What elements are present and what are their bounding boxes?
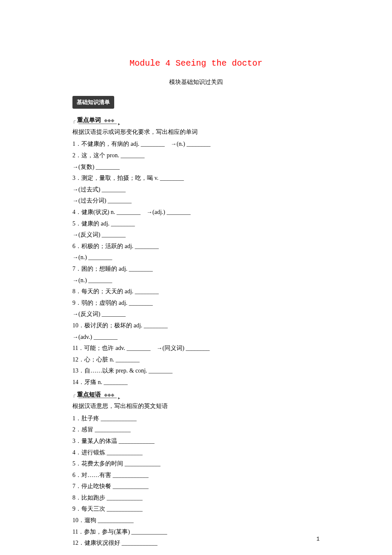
- word-item: 7．困的；想睡的 adj. ________: [72, 263, 320, 275]
- word-item: 9．弱的；虚弱的 adj. ________: [72, 298, 320, 309]
- diamond-icon: ◆◆◆: [104, 392, 114, 397]
- phrase-item: 3．量某人的体温 ____________: [72, 436, 320, 447]
- word-item: 8．每天的；天天的 adj. ________: [72, 286, 320, 298]
- word-item: →(adv.) ________: [72, 332, 320, 343]
- word-item: 12．心；心脏 n. ________: [72, 354, 320, 366]
- section-tag: 基础知识清单: [72, 96, 114, 109]
- word-item: 13．自……以来 prep. & conj. ________: [72, 365, 320, 377]
- phrases-header-text: 重点短语: [77, 391, 101, 398]
- phrase-item: 12．健康状况很好 ____________: [72, 538, 320, 549]
- word-item: 14．牙痛 n. ________: [72, 377, 320, 388]
- word-item: 3．测定，量取，拍摄；吃，喝 v. ________: [72, 173, 320, 184]
- word-item: 1．不健康的，有病的 adj. ________ →(n.) ________: [72, 139, 320, 150]
- phrase-item: 2．感冒 ____________: [72, 424, 320, 436]
- word-item: →(n.) ________: [72, 275, 320, 286]
- arrow-underline-icon: [78, 124, 117, 124]
- word-item: 10．极讨厌的；极坏的 adj. ________: [72, 320, 320, 332]
- phrases-section-header: ╭ 重点短语 ◆◆◆: [72, 389, 320, 399]
- phrase-item: 9．每天三次 ____________: [72, 503, 320, 515]
- diamond-icon: ◆◆◆: [104, 118, 114, 123]
- phrases-instruction: 根据汉语意思，写出相应的英文短语: [72, 401, 320, 412]
- word-item: →(过去式) ________: [72, 184, 320, 196]
- phrase-item: 6．对……有害 ____________: [72, 470, 320, 481]
- phrase-item: 8．比如跑步 ____________: [72, 492, 320, 504]
- word-item: 4．健康(状况) n. ________ →(adj.) ________: [72, 207, 320, 218]
- words-header-text: 重点单词: [77, 117, 101, 123]
- word-item: →(n.) ________: [72, 252, 320, 263]
- section-tag-container: 基础知识清单: [72, 96, 320, 109]
- word-item: →(反义词) ________: [72, 309, 320, 320]
- word-item: →(复数) ________: [72, 162, 320, 173]
- arrow-icon: ╭: [72, 116, 75, 126]
- word-item: 6．积极的；活跃的 adj. ________: [72, 241, 320, 252]
- word-item: →(过去分词) ________: [72, 195, 320, 207]
- words-instruction: 根据汉语提示或词形变化要求，写出相应的单词: [72, 127, 320, 138]
- arrow-icon: ╭: [72, 390, 75, 400]
- word-item: 11．可能；也许 adv. ________ →(同义词) ________: [72, 343, 320, 354]
- word-item: 5．健康的 adj. ________: [72, 218, 320, 230]
- page-number: 1: [317, 535, 320, 544]
- arrow-underline-icon: [78, 398, 117, 398]
- module-subtitle: 模块基础知识过关四: [72, 77, 320, 88]
- phrase-item: 1．肚子疼 ____________: [72, 413, 320, 425]
- module-title: Module 4 Seeing the doctor: [72, 55, 320, 72]
- phrase-item: 7．停止吃快餐 ____________: [72, 481, 320, 492]
- word-item: 2．这，这个 pron. ________: [72, 150, 320, 162]
- phrase-item: 11．参加，参与(某事) ____________: [72, 526, 320, 538]
- phrase-item: 4．进行锻炼 ____________: [72, 447, 320, 459]
- phrase-item: 10．遛狗 ____________: [72, 515, 320, 526]
- phrase-item: 5．花费太多的时间 ____________: [72, 458, 320, 470]
- words-section-header: ╭ 重点单词 ◆◆◆: [72, 115, 320, 124]
- word-item: →(反义词) ________: [72, 229, 320, 241]
